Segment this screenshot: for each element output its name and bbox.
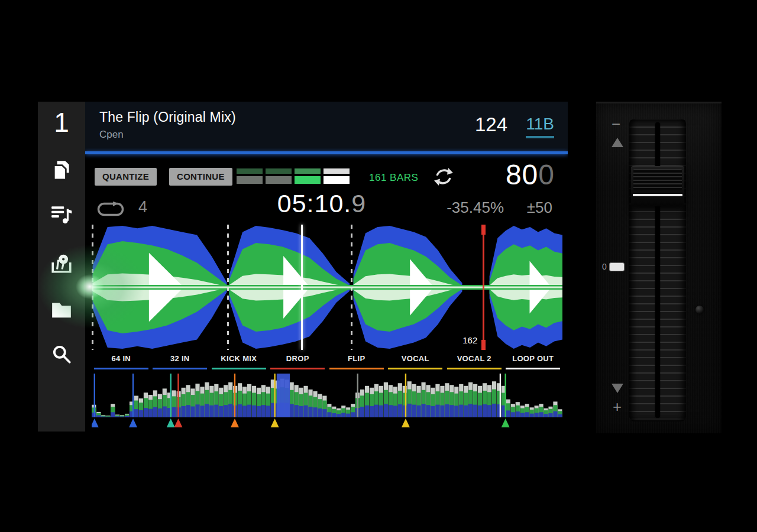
overview-bar	[351, 412, 355, 417]
overview-bar	[261, 405, 266, 417]
overview-bar	[384, 404, 388, 417]
overview-marker-flag	[174, 419, 182, 427]
overview-bar	[172, 407, 176, 417]
sidebar-item-collection[interactable]	[50, 159, 73, 181]
overview-waveform[interactable]	[92, 372, 562, 429]
cue-label: VOCAL 2	[445, 354, 504, 363]
overview-marker-flag	[271, 419, 279, 427]
hot-cue-flip[interactable]: FLIP	[327, 352, 386, 370]
overview-bar	[308, 407, 312, 417]
hot-cue-vocal-2[interactable]: VOCAL 2	[445, 352, 504, 370]
overview-bar	[247, 405, 251, 417]
overview-bar	[224, 405, 228, 417]
time-main: 05:10.	[277, 189, 352, 218]
overview-marker-flag	[129, 419, 137, 427]
hot-cue-drop[interactable]: DROP	[268, 352, 328, 370]
quantize-button[interactable]: QUANTIZE	[95, 168, 157, 186]
overview-position-region	[277, 374, 290, 417]
overview-bar	[417, 406, 421, 417]
overview-bar	[332, 413, 336, 417]
hot-cue-loop-out[interactable]: LOOP OUT	[504, 352, 563, 370]
overview-bar	[558, 414, 562, 417]
main-waveform[interactable]: 162	[92, 225, 562, 350]
sidebar-item-search[interactable]	[50, 343, 73, 365]
cue-label: 64 IN	[92, 354, 151, 363]
phrase-cell	[295, 176, 321, 184]
overview-bar	[341, 413, 345, 417]
overview-bar	[412, 405, 416, 417]
hot-cue-kick-mix[interactable]: KICK MIX	[209, 352, 268, 370]
overview-bar	[153, 407, 157, 417]
overview-bar	[144, 408, 148, 417]
overview-bar	[393, 406, 397, 417]
continue-button[interactable]: CONTINUE	[169, 168, 232, 186]
overview-bar	[313, 407, 317, 417]
overview-bar	[473, 405, 477, 417]
overview-bar	[115, 416, 119, 417]
overview-bar	[209, 406, 213, 417]
tempo-main: 80	[506, 159, 538, 190]
sidebar-item-files[interactable]	[50, 298, 73, 320]
overview-bar	[111, 412, 115, 417]
overview-bar	[360, 407, 364, 417]
overview-bar	[101, 417, 105, 417]
overview-waveform-svg	[92, 372, 562, 429]
overview-bar	[525, 412, 529, 417]
hot-cue-32-in[interactable]: 32 IN	[151, 352, 210, 370]
cue-label: KICK MIX	[209, 354, 268, 363]
loop-icon[interactable]	[97, 202, 124, 217]
hot-cue-bar: 64 IN32 INKICK MIXDROPFLIPVOCALVOCAL 2LO…	[92, 352, 562, 370]
overview-marker-line	[274, 374, 275, 417]
cue-label: VOCAL	[386, 354, 445, 363]
overview-bar	[190, 407, 195, 417]
overview-bar	[327, 412, 331, 417]
overview-bar	[134, 409, 138, 417]
deck-screen: 1	[38, 102, 568, 432]
overview-bar	[539, 412, 544, 417]
overview-bar	[125, 416, 129, 417]
overview-bar	[228, 404, 232, 417]
sidebar-item-playlist[interactable]	[50, 203, 73, 225]
overview-bar	[506, 410, 510, 417]
tempo-frac: 0	[538, 159, 555, 190]
overview-bar	[530, 414, 534, 417]
track-artist: Cpen	[99, 129, 124, 141]
hot-cue-64-in[interactable]: 64 IN	[92, 352, 151, 370]
track-key[interactable]: 11B	[526, 115, 554, 138]
phrase-cell	[323, 176, 350, 184]
overview-bar	[322, 409, 326, 417]
sidebar-item-crates[interactable]	[50, 252, 73, 275]
pitch-range: ±50	[527, 199, 552, 217]
loop-length: 4	[138, 198, 147, 216]
overview-bar	[205, 404, 209, 417]
overview-bar	[548, 413, 552, 417]
overview-bar	[337, 414, 341, 417]
overview-bar	[242, 406, 247, 417]
overview-bar	[445, 404, 449, 417]
overview-bar	[266, 406, 270, 417]
main-waveform-svg	[92, 225, 562, 350]
circular-arrows-icon[interactable]	[433, 166, 454, 187]
pitch-fader-cap[interactable]	[631, 166, 684, 206]
overview-marker-flag	[92, 419, 99, 427]
bars-count: 161 BARS	[369, 172, 418, 184]
hot-cue-vocal[interactable]: VOCAL	[386, 352, 445, 370]
cue-underline	[153, 368, 207, 369]
phrase-cell	[266, 176, 292, 184]
overview-bar	[106, 417, 110, 417]
folder-icon	[50, 312, 73, 322]
overview-marker-line	[132, 374, 134, 417]
cue-label: LOOP OUT	[504, 354, 563, 363]
overview-bar	[219, 406, 223, 417]
track-header: The Flip (Original Mix) Cpen 124 11B	[85, 102, 568, 151]
overview-bar	[511, 412, 515, 417]
overview-bar	[257, 406, 261, 417]
overview-bar	[365, 406, 369, 417]
overview-bar	[464, 406, 468, 417]
deck-number[interactable]: 1	[38, 106, 85, 138]
track-bpm: 124	[475, 113, 507, 136]
pitch-fader-track[interactable]	[629, 119, 686, 421]
overview-bar	[299, 406, 303, 417]
overview-bar	[148, 409, 153, 417]
overview-marker-line	[500, 374, 501, 417]
